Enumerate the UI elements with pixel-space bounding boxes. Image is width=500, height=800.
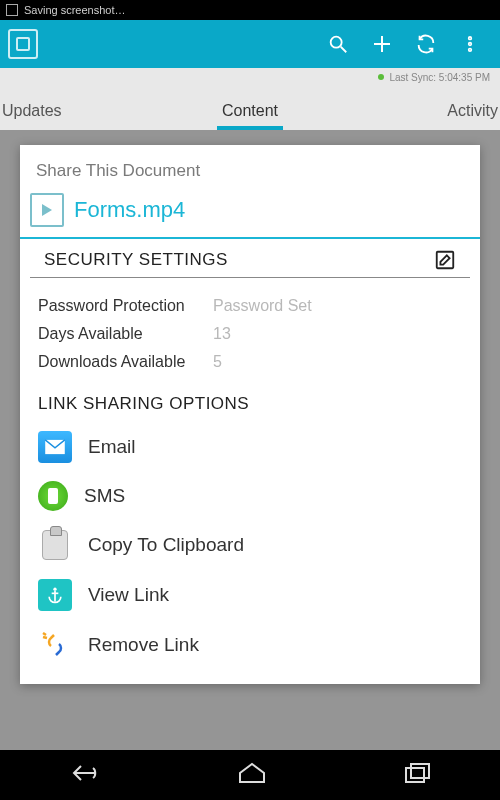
- remove-link-icon: [38, 629, 72, 661]
- svg-rect-15: [406, 768, 424, 782]
- tab-updates[interactable]: Updates: [0, 102, 167, 130]
- share-option-remove[interactable]: Remove Link: [20, 620, 480, 670]
- anchor-icon: [38, 579, 72, 611]
- share-option-copy[interactable]: Copy To Clipboard: [20, 520, 480, 570]
- copy-label: Copy To Clipboard: [88, 534, 244, 556]
- tab-bar: Updates Content Activity: [0, 86, 500, 130]
- nav-recent-button[interactable]: [405, 763, 431, 787]
- edit-security-button[interactable]: [434, 249, 456, 271]
- days-available-row: Days Available 13: [38, 320, 462, 348]
- svg-line-12: [43, 633, 46, 635]
- video-file-icon: [30, 193, 64, 227]
- share-option-view[interactable]: View Link: [20, 570, 480, 620]
- password-value: Password Set: [213, 297, 312, 315]
- search-button[interactable]: [316, 22, 360, 66]
- security-settings-header: SECURITY SETTINGS: [30, 239, 470, 278]
- security-header-text: SECURITY SETTINGS: [44, 250, 434, 270]
- share-option-email[interactable]: Email: [20, 422, 480, 472]
- share-option-sms[interactable]: SMS: [20, 472, 480, 520]
- downloads-available-row: Downloads Available 5: [38, 348, 462, 376]
- save-icon: [6, 4, 18, 16]
- tab-content[interactable]: Content: [167, 102, 332, 130]
- svg-point-5: [469, 43, 472, 46]
- password-label: Password Protection: [38, 297, 213, 315]
- sms-label: SMS: [84, 485, 125, 507]
- security-settings-body: Password Protection Password Set Days Av…: [20, 278, 480, 380]
- last-sync-row: Last Sync: 5:04:35 PM: [0, 68, 500, 86]
- file-row: Forms.mp4: [20, 191, 480, 239]
- svg-point-0: [331, 37, 342, 48]
- downloads-label: Downloads Available: [38, 353, 213, 371]
- svg-rect-7: [437, 252, 454, 269]
- password-protection-row: Password Protection Password Set: [38, 292, 462, 320]
- svg-point-9: [53, 588, 56, 591]
- sms-icon: [38, 481, 68, 511]
- refresh-button[interactable]: [404, 22, 448, 66]
- email-label: Email: [88, 436, 136, 458]
- email-icon: [38, 431, 72, 463]
- nav-home-button[interactable]: [238, 762, 266, 788]
- app-logo-icon[interactable]: [8, 29, 38, 59]
- downloads-value: 5: [213, 353, 222, 371]
- file-name: Forms.mp4: [74, 197, 185, 223]
- android-status-bar: Saving screenshot…: [0, 0, 500, 20]
- android-nav-bar: [0, 750, 500, 800]
- svg-line-13: [43, 637, 47, 638]
- view-label: View Link: [88, 584, 169, 606]
- link-sharing-header: LINK SHARING OPTIONS: [20, 380, 480, 422]
- svg-point-4: [469, 37, 472, 40]
- overflow-menu-button[interactable]: [448, 22, 492, 66]
- add-button[interactable]: [360, 22, 404, 66]
- tab-activity[interactable]: Activity: [333, 102, 500, 130]
- svg-rect-16: [411, 764, 429, 778]
- app-bar: [0, 20, 500, 68]
- sync-status-dot-icon: [378, 74, 384, 80]
- remove-label: Remove Link: [88, 634, 199, 656]
- last-sync-text: Last Sync: 5:04:35 PM: [389, 72, 490, 83]
- dialog-title: Share This Document: [20, 145, 480, 191]
- status-text: Saving screenshot…: [24, 4, 126, 16]
- svg-point-6: [469, 49, 472, 52]
- clipboard-icon: [38, 529, 72, 561]
- days-value: 13: [213, 325, 231, 343]
- nav-back-button[interactable]: [69, 761, 99, 789]
- share-dialog: Share This Document Forms.mp4 SECURITY S…: [20, 145, 480, 684]
- days-label: Days Available: [38, 325, 213, 343]
- svg-line-1: [341, 47, 347, 53]
